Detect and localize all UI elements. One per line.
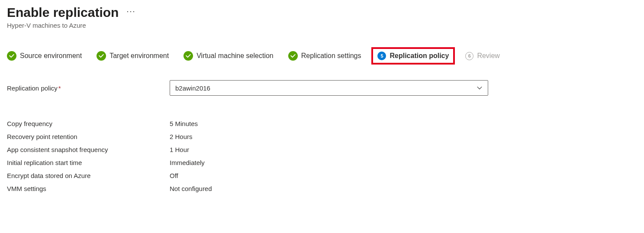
wizard-steps: Source environment Target environment Vi… bbox=[7, 50, 637, 62]
step-number-badge: 6 bbox=[465, 52, 473, 60]
chevron-down-icon bbox=[477, 85, 483, 91]
detail-label: Copy frequency bbox=[7, 120, 170, 127]
step-vm-selection[interactable]: Virtual machine selection bbox=[184, 51, 274, 61]
replication-policy-select[interactable]: b2awin2016 bbox=[170, 80, 488, 96]
step-label: Target environment bbox=[109, 52, 169, 60]
detail-value: Not configured bbox=[170, 185, 212, 192]
detail-encrypt: Encrypt data stored on Azure Off bbox=[7, 172, 637, 179]
detail-value: 2 Hours bbox=[170, 133, 193, 140]
replication-policy-label: Replication policy* bbox=[7, 84, 170, 92]
check-icon bbox=[184, 51, 193, 61]
detail-label: Encrypt data stored on Azure bbox=[7, 172, 170, 179]
detail-app-snapshot: App consistent snapshot frequency 1 Hour bbox=[7, 146, 637, 153]
detail-vmm: VMM settings Not configured bbox=[7, 185, 637, 192]
step-source-environment[interactable]: Source environment bbox=[7, 51, 82, 61]
detail-copy-frequency: Copy frequency 5 Minutes bbox=[7, 120, 637, 127]
detail-recovery-retention: Recovery point retention 2 Hours bbox=[7, 133, 637, 140]
step-replication-policy[interactable]: 5 Replication policy bbox=[377, 52, 449, 60]
step-number-badge: 5 bbox=[377, 52, 386, 60]
page-title: Enable replication bbox=[7, 5, 119, 20]
detail-value: 1 Hour bbox=[170, 146, 189, 153]
step-label: Source environment bbox=[20, 52, 82, 60]
page-subtitle: Hyper-V machines to Azure bbox=[7, 22, 637, 29]
check-icon bbox=[97, 51, 106, 61]
check-icon bbox=[288, 51, 298, 61]
step-label: Replication policy bbox=[390, 52, 449, 60]
step-replication-settings[interactable]: Replication settings bbox=[288, 51, 361, 61]
select-value: b2awin2016 bbox=[175, 84, 210, 92]
detail-label: Initial replication start time bbox=[7, 159, 170, 166]
required-asterisk: * bbox=[58, 84, 61, 92]
detail-label: App consistent snapshot frequency bbox=[7, 146, 170, 153]
step-review[interactable]: 6 Review bbox=[465, 52, 499, 60]
detail-label: Recovery point retention bbox=[7, 133, 170, 140]
detail-value: Off bbox=[170, 172, 178, 179]
step-target-environment[interactable]: Target environment bbox=[97, 51, 169, 61]
step-label: Replication settings bbox=[301, 52, 361, 60]
step-label: Virtual machine selection bbox=[196, 52, 274, 60]
active-step-highlight: 5 Replication policy bbox=[371, 47, 455, 65]
policy-details: Copy frequency 5 Minutes Recovery point … bbox=[7, 120, 637, 192]
detail-initial-start: Initial replication start time Immediate… bbox=[7, 159, 637, 166]
more-menu-icon[interactable]: ··· bbox=[126, 7, 135, 19]
detail-value: 5 Minutes bbox=[170, 120, 198, 127]
check-icon bbox=[7, 51, 16, 61]
detail-value: Immediately bbox=[170, 159, 205, 166]
detail-label: VMM settings bbox=[7, 185, 170, 192]
step-label: Review bbox=[477, 52, 499, 60]
